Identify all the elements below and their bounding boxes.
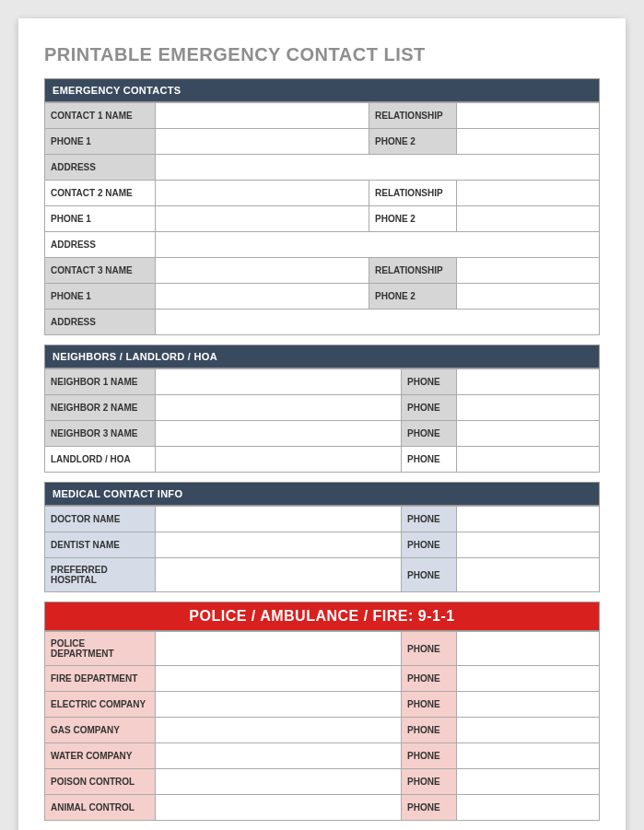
- value-neighbor-name[interactable]: [156, 421, 402, 447]
- label-dentist: DENTIST NAME: [45, 532, 156, 558]
- label-doctor: DOCTOR NAME: [45, 507, 156, 532]
- value-landlord-name[interactable]: [156, 447, 402, 473]
- value-relationship[interactable]: [457, 181, 600, 206]
- label-address: ADDRESS: [45, 232, 156, 258]
- value-contact-name[interactable]: [156, 258, 369, 284]
- label-phone: PHONE: [402, 718, 457, 743]
- label-relationship: RELATIONSHIP: [369, 258, 457, 284]
- label-phone: PHONE: [402, 632, 457, 666]
- table-row: ADDRESS: [45, 155, 600, 181]
- value-dentist-phone[interactable]: [457, 532, 600, 558]
- value-water-name[interactable]: [156, 743, 402, 769]
- value-neighbor-name[interactable]: [156, 369, 402, 395]
- page-title: PRINTABLE EMERGENCY CONTACT LIST: [44, 44, 600, 65]
- value-poison-name[interactable]: [156, 769, 402, 795]
- value-gas-phone[interactable]: [457, 718, 600, 743]
- label-phone: PHONE: [402, 558, 457, 592]
- label-neighbor: NEIGHBOR 2 NAME: [45, 395, 156, 421]
- table-911: POLICE DEPARTMENT PHONE FIRE DEPARTMENT …: [44, 631, 600, 821]
- table-row: CONTACT 1 NAME RELATIONSHIP: [45, 103, 600, 129]
- value-phone1[interactable]: [156, 284, 369, 310]
- label-address: ADDRESS: [45, 155, 156, 181]
- value-doctor-phone[interactable]: [457, 507, 600, 532]
- value-landlord-phone[interactable]: [457, 447, 600, 473]
- table-row: DOCTOR NAME PHONE: [45, 507, 600, 532]
- label-phone: PHONE: [402, 447, 457, 473]
- label-phone: PHONE: [402, 795, 457, 821]
- value-water-phone[interactable]: [457, 743, 600, 769]
- label-contact-name: CONTACT 2 NAME: [45, 181, 156, 206]
- label-phone1: PHONE 1: [45, 284, 156, 310]
- table-row: CONTACT 3 NAME RELATIONSHIP: [45, 258, 600, 284]
- value-phone1[interactable]: [156, 206, 369, 232]
- label-phone: PHONE: [402, 692, 457, 718]
- table-row: POLICE DEPARTMENT PHONE: [45, 632, 600, 666]
- label-phone1: PHONE 1: [45, 129, 156, 155]
- section-header-emergency: EMERGENCY CONTACTS: [44, 78, 600, 102]
- value-neighbor-phone[interactable]: [457, 421, 600, 447]
- value-relationship[interactable]: [457, 258, 600, 284]
- value-phone1[interactable]: [156, 129, 369, 155]
- value-address[interactable]: [156, 232, 600, 258]
- label-phone: PHONE: [402, 532, 457, 558]
- label-phone: PHONE: [402, 507, 457, 532]
- label-neighbor: NEIGHBOR 1 NAME: [45, 369, 156, 395]
- label-electric: ELECTRIC COMPANY: [45, 692, 156, 718]
- label-neighbor: NEIGHBOR 3 NAME: [45, 421, 156, 447]
- table-row: PHONE 1 PHONE 2: [45, 206, 600, 232]
- label-police: POLICE DEPARTMENT: [45, 632, 156, 666]
- value-poison-phone[interactable]: [457, 769, 600, 795]
- table-row: ELECTRIC COMPANY PHONE: [45, 692, 600, 718]
- value-fire-name[interactable]: [156, 666, 402, 692]
- value-phone2[interactable]: [457, 284, 600, 310]
- label-phone: PHONE: [402, 743, 457, 769]
- table-medical: DOCTOR NAME PHONE DENTIST NAME PHONE PRE…: [44, 506, 600, 592]
- value-police-phone[interactable]: [457, 632, 600, 666]
- value-neighbor-name[interactable]: [156, 395, 402, 421]
- value-hospital-phone[interactable]: [457, 558, 600, 592]
- document-page: PRINTABLE EMERGENCY CONTACT LIST EMERGEN…: [18, 18, 626, 830]
- label-contact-name: CONTACT 1 NAME: [45, 103, 156, 129]
- value-dentist-name[interactable]: [156, 532, 402, 558]
- table-row: NEIGHBOR 1 NAME PHONE: [45, 369, 600, 395]
- table-row: DENTIST NAME PHONE: [45, 532, 600, 558]
- label-phone2: PHONE 2: [369, 206, 457, 232]
- value-phone2[interactable]: [457, 206, 600, 232]
- section-header-medical: MEDICAL CONTACT INFO: [44, 482, 600, 506]
- value-police-name[interactable]: [156, 632, 402, 666]
- value-neighbor-phone[interactable]: [457, 395, 600, 421]
- table-row: PREFERRED HOSPITAL PHONE: [45, 558, 600, 592]
- label-phone1: PHONE 1: [45, 206, 156, 232]
- value-phone2[interactable]: [457, 129, 600, 155]
- value-address[interactable]: [156, 310, 600, 335]
- table-row: LANDLORD / HOA PHONE: [45, 447, 600, 473]
- label-fire: FIRE DEPARTMENT: [45, 666, 156, 692]
- label-phone: PHONE: [402, 769, 457, 795]
- value-neighbor-phone[interactable]: [457, 369, 600, 395]
- value-contact-name[interactable]: [156, 181, 369, 206]
- table-row: ANIMAL CONTROL PHONE: [45, 795, 600, 821]
- label-gas: GAS COMPANY: [45, 718, 156, 743]
- table-emergency: CONTACT 1 NAME RELATIONSHIP PHONE 1 PHON…: [44, 102, 600, 335]
- value-hospital-name[interactable]: [156, 558, 402, 592]
- value-relationship[interactable]: [457, 103, 600, 129]
- label-phone: PHONE: [402, 395, 457, 421]
- label-poison: POISON CONTROL: [45, 769, 156, 795]
- label-phone: PHONE: [402, 369, 457, 395]
- value-fire-phone[interactable]: [457, 666, 600, 692]
- table-row: NEIGHBOR 2 NAME PHONE: [45, 395, 600, 421]
- value-electric-phone[interactable]: [457, 692, 600, 718]
- section-header-911: POLICE / AMBULANCE / FIRE: 9-1-1: [44, 602, 600, 631]
- label-landlord: LANDLORD / HOA: [45, 447, 156, 473]
- value-contact-name[interactable]: [156, 103, 369, 129]
- label-address: ADDRESS: [45, 310, 156, 335]
- value-electric-name[interactable]: [156, 692, 402, 718]
- value-gas-name[interactable]: [156, 718, 402, 743]
- value-address[interactable]: [156, 155, 600, 181]
- label-water: WATER COMPANY: [45, 743, 156, 769]
- value-animal-name[interactable]: [156, 795, 402, 821]
- label-relationship: RELATIONSHIP: [369, 103, 457, 129]
- value-animal-phone[interactable]: [457, 795, 600, 821]
- value-doctor-name[interactable]: [156, 507, 402, 532]
- table-row: NEIGHBOR 3 NAME PHONE: [45, 421, 600, 447]
